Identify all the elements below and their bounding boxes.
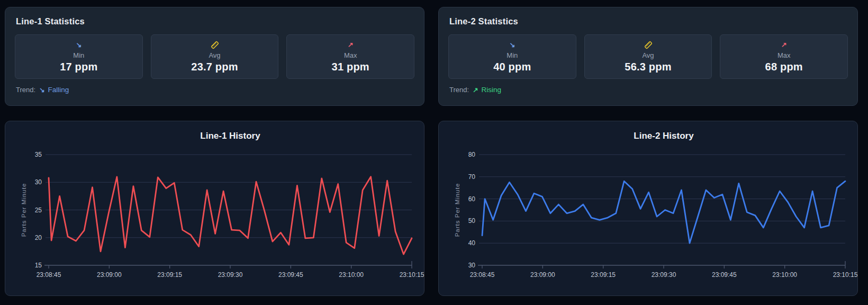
line2-history-chart: Line-2 History30405060708023:08:4523:09:… [439, 121, 857, 299]
x-tick-label: 23:08:45 [470, 271, 495, 279]
line2-trend-row: Trend: ↗ Rising [449, 86, 848, 94]
trend-label: Trend: [16, 86, 35, 94]
y-tick-label: 30 [35, 178, 42, 186]
x-tick-label: 23:09:15 [157, 271, 182, 279]
x-tick-label: 23:10:15 [400, 271, 424, 279]
line1-trend-value: ↘ Falling [39, 86, 69, 94]
line-2-history-svg: Line-2 History30405060708023:08:4523:09:… [439, 121, 858, 297]
line2-max-card: ↗ Max 68 ppm [720, 34, 848, 79]
line1-min-value: 17 ppm [60, 61, 97, 73]
x-tick-label: 23:09:30 [218, 271, 243, 279]
line2-avg-card: Avg 56.3 ppm [584, 34, 712, 79]
line1-stat-cards-row: ↘ Min 17 ppm Avg 23.7 ppm ↗ Max 31 ppm [15, 34, 414, 79]
x-tick-label: 23:10:00 [772, 271, 797, 279]
x-tick-label: 23:09:45 [712, 271, 737, 279]
line2-stat-cards-row: ↘ Min 40 ppm Avg 56.3 ppm ↗ Max 68 ppm [448, 34, 848, 79]
arrow-up-right-icon: ↗ [781, 41, 787, 49]
y-tick-label: 40 [468, 239, 476, 247]
line1-history-chart-panel: Line-1 History152025303523:08:4523:09:00… [5, 121, 424, 296]
y-tick-label: 80 [468, 151, 476, 158]
chart-title: Line-1 History [200, 131, 260, 141]
x-tick-label: 23:10:15 [833, 271, 858, 279]
x-tick-label: 23:08:45 [37, 271, 61, 279]
line1-history-chart: Line-1 History152025303523:08:4523:09:00… [5, 121, 424, 299]
arrow-down-right-icon: ↘ [76, 41, 82, 49]
trend-label: Trend: [449, 86, 469, 94]
line1-max-value: 31 ppm [332, 61, 369, 73]
y-tick-label: 70 [468, 173, 476, 181]
x-tick-label: 23:09:15 [591, 271, 616, 279]
trend-falling-icon: ↘ [39, 86, 44, 94]
x-tick-label: 23:09:00 [530, 271, 555, 279]
min-label: Min [73, 51, 84, 59]
line2-trend-value: ↗ Rising [473, 86, 501, 94]
ruler-icon [211, 41, 219, 49]
line1-min-card: ↘ Min 17 ppm [15, 34, 143, 79]
line2-min-card: ↘ Min 40 ppm [448, 34, 576, 79]
line1-trend-row: Trend: ↘ Falling [16, 86, 414, 94]
trend-rising-icon: ↗ [473, 86, 478, 94]
min-label: Min [507, 51, 518, 59]
arrow-up-right-icon: ↗ [348, 41, 354, 49]
line2-statistics-panel: Line-2 Statistics ↘ Min 40 ppm Avg 56.3 … [438, 7, 858, 106]
line2-history-chart-panel: Line-2 History30405060708023:08:4523:09:… [438, 121, 858, 296]
x-tick-label: 23:09:45 [278, 271, 303, 279]
y-tick-label: 30 [468, 262, 476, 269]
max-label: Max [777, 51, 791, 59]
ruler-icon [644, 41, 653, 49]
y-tick-label: 20 [35, 234, 42, 241]
line2-avg-value: 56.3 ppm [625, 61, 671, 73]
trend-rising-text: Rising [482, 86, 502, 94]
line2-min-value: 40 ppm [493, 61, 531, 73]
line-series-line-1 [49, 177, 412, 254]
x-tick-label: 23:10:00 [339, 271, 364, 279]
avg-label: Avg [642, 51, 654, 59]
y-tick-label: 15 [35, 262, 42, 269]
line1-avg-card: Avg 23.7 ppm [151, 34, 279, 79]
y-tick-label: 50 [468, 217, 476, 225]
line-series-line-2 [482, 181, 845, 243]
chart-title: Line-2 History [634, 131, 694, 141]
x-tick-label: 23:09:00 [97, 271, 122, 279]
arrow-down-right-icon: ↘ [509, 41, 515, 49]
trend-falling-text: Falling [48, 86, 69, 94]
y-tick-label: 35 [35, 151, 42, 158]
line-1-history-svg: Line-1 History152025303523:08:4523:09:00… [5, 121, 425, 297]
y-axis-label: Parts Per Minute [454, 183, 460, 237]
line2-statistics-title: Line-2 Statistics [449, 16, 848, 26]
line2-max-value: 68 ppm [765, 61, 803, 73]
y-axis-label: Parts Per Minute [21, 183, 27, 237]
line1-avg-value: 23.7 ppm [191, 61, 238, 73]
line1-statistics-title: Line-1 Statistics [16, 16, 414, 26]
y-tick-label: 25 [35, 207, 42, 214]
line1-max-card: ↗ Max 31 ppm [286, 34, 414, 79]
line1-statistics-panel: Line-1 Statistics ↘ Min 17 ppm Avg 23.7 … [5, 7, 424, 106]
x-tick-label: 23:09:30 [652, 271, 676, 279]
max-label: Max [344, 51, 357, 59]
y-tick-label: 60 [468, 195, 476, 203]
avg-label: Avg [209, 51, 220, 59]
